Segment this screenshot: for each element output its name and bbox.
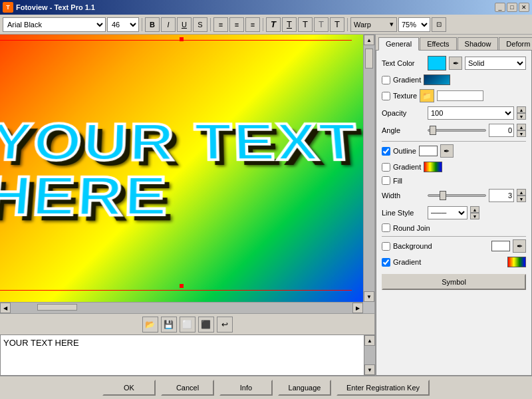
- text-input-container[interactable]: ▲ ▼: [0, 334, 375, 376]
- hscroll-right-button[interactable]: ▶: [352, 303, 363, 313]
- angle-down-btn[interactable]: ▼: [517, 130, 526, 137]
- undo-button[interactable]: ↩: [217, 317, 233, 332]
- line-style-spinner: ▲ ▼: [470, 206, 479, 219]
- texture-checkbox[interactable]: [382, 92, 390, 100]
- toolbar-separator-3: [263, 18, 263, 31]
- bold-button[interactable]: B: [145, 17, 160, 32]
- width-up-btn[interactable]: ▲: [517, 189, 526, 196]
- tab-effects[interactable]: Effects: [420, 37, 456, 50]
- width-slider[interactable]: [428, 194, 486, 197]
- angle-slider[interactable]: [428, 129, 486, 132]
- copy-button[interactable]: ⬜: [180, 317, 196, 332]
- outline-gradient-checkbox[interactable]: [382, 163, 390, 172]
- text-style-btn4[interactable]: T: [314, 17, 329, 32]
- canvas-vscroll[interactable]: ▲ ▼: [363, 35, 374, 302]
- width-slider-thumb[interactable]: [440, 191, 446, 200]
- vscroll-track[interactable]: [364, 45, 374, 291]
- main-toolbar: Arial Black 46 B I U S ≡ ≡ ≡ T T T T T W…: [0, 15, 532, 35]
- outline-row: Outline ✒: [382, 144, 526, 158]
- opacity-up-btn[interactable]: ▲: [517, 106, 526, 113]
- gradient-swatch[interactable]: [424, 74, 450, 85]
- angle-slider-thumb[interactable]: [430, 126, 436, 135]
- warp-dropdown-button[interactable]: Warp ▾: [350, 17, 397, 32]
- paste-button[interactable]: ⬛: [198, 317, 214, 332]
- text-input-field[interactable]: [1, 335, 364, 375]
- tab-shadow[interactable]: Shadow: [458, 37, 499, 50]
- strikethrough-button[interactable]: S: [193, 17, 207, 32]
- save-file-button[interactable]: 💾: [161, 317, 177, 332]
- outline-color-swatch[interactable]: [419, 146, 438, 156]
- italic-button[interactable]: I: [161, 17, 176, 32]
- opacity-down-btn[interactable]: ▼: [517, 113, 526, 120]
- vscroll-thumb[interactable]: [365, 49, 373, 68]
- text-style-btn2[interactable]: T: [282, 17, 297, 32]
- hscroll-left-button[interactable]: ◀: [0, 303, 11, 313]
- text-style-btn3[interactable]: T: [298, 17, 313, 32]
- outline-label: Outline: [393, 147, 416, 155]
- text-color-style-select[interactable]: Solid: [465, 57, 526, 70]
- text-vscroll-down[interactable]: ▼: [364, 364, 375, 375]
- bg-gradient-checkbox[interactable]: [382, 258, 390, 267]
- vscroll-up-button[interactable]: ▲: [364, 35, 374, 45]
- open-file-button[interactable]: 📂: [142, 317, 158, 332]
- outline-checkbox[interactable]: [382, 147, 390, 156]
- background-checkbox[interactable]: [382, 242, 390, 251]
- text-vscroll-up[interactable]: ▲: [364, 335, 375, 346]
- texture-folder-button[interactable]: 📁: [420, 89, 434, 102]
- fit-window-button[interactable]: ⊡: [432, 17, 446, 32]
- text-style-btn1[interactable]: T: [266, 17, 281, 32]
- close-button[interactable]: ✕: [519, 3, 529, 12]
- font-family-select[interactable]: Arial Black: [3, 17, 106, 32]
- panel-tabs: General Effects Shadow Deform: [376, 35, 532, 50]
- font-size-select[interactable]: 46: [107, 17, 139, 32]
- line-style-down-btn[interactable]: ▼: [470, 213, 479, 219]
- align-center-button[interactable]: ≡: [229, 17, 244, 32]
- tab-deform[interactable]: Deform: [499, 37, 532, 50]
- bg-gradient-swatch[interactable]: [507, 257, 526, 267]
- canvas-hscroll[interactable]: ◀ ▶: [0, 302, 363, 313]
- vscroll-down-button[interactable]: ▼: [364, 291, 374, 302]
- text-color-swatch[interactable]: [428, 56, 446, 70]
- text-color-dropper[interactable]: ✒: [449, 57, 462, 70]
- background-color-swatch[interactable]: [491, 241, 510, 251]
- line-style-up-btn[interactable]: ▲: [470, 206, 479, 213]
- line-style-row: Line Style ─── ▲ ▼: [382, 206, 526, 219]
- app-icon: T: [3, 2, 13, 13]
- hscroll-track[interactable]: [11, 303, 352, 313]
- info-button[interactable]: Info: [219, 380, 273, 396]
- registration-button[interactable]: Enter Registration Key: [336, 380, 430, 396]
- fill-checkbox[interactable]: [382, 176, 390, 185]
- guide-handle-bottom[interactable]: [180, 284, 184, 288]
- align-left-button[interactable]: ≡: [213, 17, 228, 32]
- text-style-btn5[interactable]: T: [330, 17, 344, 32]
- hscroll-thumb[interactable]: [37, 304, 77, 311]
- canvas-area[interactable]: YOUR TEXT HERE ▲ ▼ ◀ ▶: [0, 35, 375, 313]
- angle-spinner: ▲ ▼: [517, 124, 526, 137]
- line-style-select[interactable]: ───: [428, 206, 467, 219]
- texture-preview: [437, 90, 483, 101]
- width-down-btn[interactable]: ▼: [517, 196, 526, 202]
- symbol-button[interactable]: Symbol: [382, 274, 526, 290]
- round-join-checkbox[interactable]: [382, 223, 390, 232]
- language-button[interactable]: Language: [278, 380, 331, 396]
- minimize-button[interactable]: _: [495, 3, 505, 12]
- guide-top: [0, 40, 352, 41]
- angle-value-input[interactable]: [489, 124, 514, 137]
- ok-button[interactable]: OK: [102, 380, 156, 396]
- cancel-button[interactable]: Cancel: [161, 380, 214, 396]
- guide-handle-top[interactable]: [180, 37, 184, 41]
- tab-general[interactable]: General: [378, 37, 419, 51]
- text-vscroll[interactable]: ▲ ▼: [364, 335, 375, 375]
- align-right-button[interactable]: ≡: [245, 17, 260, 32]
- outline-gradient-swatch[interactable]: [424, 162, 442, 172]
- maximize-button[interactable]: □: [507, 3, 517, 12]
- angle-up-btn[interactable]: ▲: [517, 124, 526, 130]
- opacity-select[interactable]: 100: [428, 106, 514, 120]
- background-color-dropper[interactable]: ✒: [513, 239, 526, 253]
- gradient-checkbox[interactable]: [382, 76, 390, 84]
- underline-button[interactable]: U: [177, 17, 192, 32]
- zoom-select[interactable]: 75%: [398, 17, 430, 32]
- width-value-input[interactable]: [489, 189, 514, 202]
- fill-label: Fill: [393, 177, 402, 185]
- outline-color-dropper[interactable]: ✒: [440, 144, 454, 158]
